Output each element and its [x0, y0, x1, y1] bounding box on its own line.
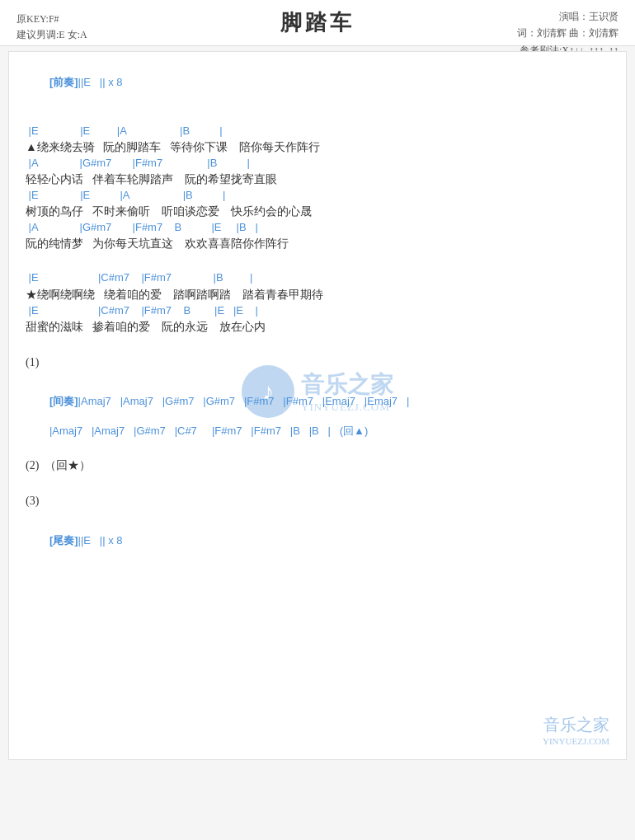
- interlude-line: [间奏]|Amaj7 |Amaj7 |G#m7 |G#m7 |F#m7 |F#m…: [26, 379, 609, 425]
- label1-section: (1): [26, 354, 609, 371]
- outro-chords: ||E || x 8: [78, 534, 123, 547]
- label2-section: (2) （回★）: [26, 457, 609, 474]
- key-label: 原KEY:F#: [16, 12, 87, 27]
- outro-line: [尾奏]||E || x 8: [26, 518, 609, 563]
- singer-label: 演唱：王识贤: [517, 8, 619, 25]
- footer-cn: 音乐之家: [543, 714, 609, 736]
- page: 原KEY:F# 建议男调:E 女:A 脚踏车 演唱：王识贤 词：刘清辉 曲：刘清…: [0, 0, 635, 840]
- prelude-chords: ||E || x 8: [78, 76, 123, 88]
- verse1-chord1: |E |E |A |B |: [26, 124, 609, 138]
- interlude-chords1: |Amaj7 |Amaj7 |G#m7 |G#m7 |F#m7 |F#m7 |E…: [78, 395, 410, 407]
- credits-label: 词：刘清辉 曲：刘清辉: [517, 25, 619, 41]
- header: 原KEY:F# 建议男调:E 女:A 脚踏车 演唱：王识贤 词：刘清辉 曲：刘清…: [0, 0, 635, 46]
- chorus-chord2: |E |C#m7 |F#m7 B |E |E |: [26, 303, 609, 318]
- label3-section: (3): [26, 492, 609, 509]
- verse1-chord3: |E |E |A |B |: [26, 188, 609, 203]
- verse1-section: |E |E |A |B | ▲绕来绕去骑 阮的脚踏车 等待你下课 陪你每天作阵行…: [26, 124, 609, 253]
- verse1-lyric2: 轻轻心内话 伴着车轮脚踏声 阮的希望拢寄直眼: [26, 171, 609, 188]
- footer-watermark: 音乐之家 YINYUEZJ.COM: [543, 714, 609, 746]
- meta-left: 原KEY:F# 建议男调:E 女:A: [16, 12, 87, 43]
- verse1-chord2: |A |G#m7 |F#m7 |B |: [26, 156, 609, 171]
- label1: (1): [26, 354, 609, 371]
- prelude-section: [前奏]||E || x 8: [26, 60, 609, 106]
- verse1-lyric4: 阮的纯情梦 为你每天坑直这 欢欢喜喜陪你作阵行: [26, 235, 609, 252]
- suggestion-label: 建议男调:E 女:A: [16, 27, 87, 43]
- label2: (2) （回★）: [26, 457, 609, 474]
- interlude-section: [间奏]|Amaj7 |Amaj7 |G#m7 |G#m7 |F#m7 |F#m…: [26, 379, 609, 439]
- chorus-section: |E |C#m7 |F#m7 |B | ★绕啊绕啊绕 绕着咱的爱 踏啊踏啊踏 踏…: [26, 270, 609, 335]
- prelude-line: [前奏]||E || x 8: [26, 60, 609, 106]
- outro-label: [尾奏]: [49, 534, 78, 547]
- outro-section: [尾奏]||E || x 8: [26, 518, 609, 563]
- main-content: ♪ 音乐之家 YINYUEZJ.COM [前奏]||E || x 8 |E |E…: [8, 51, 627, 760]
- interlude-line2: |Amaj7 |Amaj7 |G#m7 |C#7 |F#m7 |F#m7 |B …: [26, 424, 609, 439]
- verse1-lyric3: 树顶的鸟仔 不时来偷听 听咱谈恋爱 快乐约会的心晟: [26, 203, 609, 220]
- interlude-label: [间奏]: [49, 395, 78, 407]
- prelude-label: [前奏]: [49, 76, 78, 88]
- chorus-lyric2: 甜蜜的滋味 掺着咱的爱 阮的永远 放在心内: [26, 318, 609, 336]
- chorus-chord1: |E |C#m7 |F#m7 |B |: [26, 270, 609, 285]
- verse1-lyric1: ▲绕来绕去骑 阮的脚踏车 等待你下课 陪你每天作阵行: [26, 138, 609, 156]
- verse1-chord4: |A |G#m7 |F#m7 B |E |B |: [26, 220, 609, 235]
- label3: (3): [26, 492, 609, 509]
- footer-en: YINYUEZJ.COM: [543, 736, 609, 746]
- chorus-lyric1: ★绕啊绕啊绕 绕着咱的爱 踏啊踏啊踏 踏着青春甲期待: [26, 286, 609, 303]
